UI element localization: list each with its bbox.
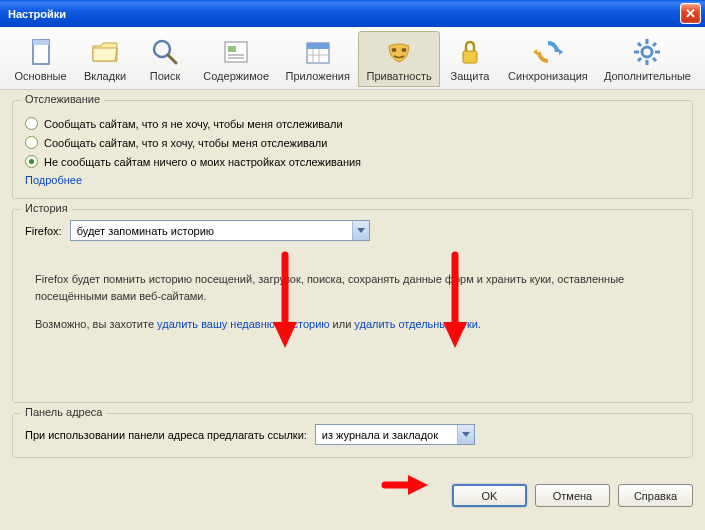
addressbar-group: Панель адреса При использовании панели а… [12, 413, 693, 458]
dropdown-value: будет запоминать историю [77, 225, 214, 237]
radio-no-pref[interactable]: Не сообщать сайтам ничего о моих настрой… [25, 155, 680, 168]
radio-label: Не сообщать сайтам ничего о моих настрой… [44, 156, 361, 168]
history-group: История Firefox: будет запоминать истори… [12, 209, 693, 403]
firefox-label: Firefox: [25, 225, 62, 237]
svg-line-25 [638, 58, 641, 61]
radio-icon [25, 136, 38, 149]
page-icon [25, 36, 57, 68]
radio-no-track[interactable]: Сообщать сайтам, что я не хочу, чтобы ме… [25, 117, 680, 130]
history-mode-dropdown[interactable]: будет запоминать историю [70, 220, 370, 241]
tab-apps[interactable]: Приложения [277, 31, 358, 87]
sync-icon [532, 36, 564, 68]
group-title: Отслеживание [21, 93, 104, 105]
tab-label: Содержимое [203, 70, 269, 82]
tab-search[interactable]: Поиск [135, 31, 195, 87]
help-button[interactable]: Справка [618, 484, 693, 507]
svg-line-3 [168, 55, 176, 63]
tab-label: Синхронизация [508, 70, 588, 82]
tab-label: Защита [451, 70, 490, 82]
chevron-down-icon [352, 221, 369, 240]
svg-line-23 [638, 43, 641, 46]
radio-icon [25, 155, 38, 168]
lock-icon [454, 36, 486, 68]
tab-sync[interactable]: Синхронизация [500, 31, 596, 87]
tab-label: Основные [14, 70, 66, 82]
svg-marker-16 [559, 49, 563, 55]
svg-rect-5 [228, 46, 236, 52]
svg-rect-1 [33, 40, 49, 45]
dropdown-value: из журнала и закладок [322, 429, 438, 441]
folder-icon [89, 36, 121, 68]
calendar-icon [302, 36, 334, 68]
svg-marker-28 [462, 432, 470, 437]
tab-toolbar: Основные Вкладки Поиск Содержимое Прилож… [0, 27, 705, 90]
text-dot: . [478, 318, 481, 330]
tab-advanced[interactable]: Дополнительные [596, 31, 699, 87]
dialog-buttons: OK Отмена Справка [0, 478, 705, 507]
svg-point-18 [642, 47, 652, 57]
tab-content[interactable]: Содержимое [195, 31, 277, 87]
addressbar-label: При использовании панели адреса предлага… [25, 429, 307, 441]
radio-icon [25, 117, 38, 130]
tab-privacy[interactable]: Приватность [358, 31, 440, 87]
content-icon [220, 36, 252, 68]
radio-label: Сообщать сайтам, что я не хочу, чтобы ме… [44, 118, 343, 130]
gear-icon [631, 36, 663, 68]
svg-line-24 [653, 58, 656, 61]
content-area: Отслеживание Сообщать сайтам, что я не х… [0, 90, 705, 478]
ok-button[interactable]: OK [452, 484, 527, 507]
titlebar: Настройки ✕ [0, 0, 705, 27]
tab-label: Дополнительные [604, 70, 691, 82]
history-description: Firefox будет помнить историю посещений,… [35, 271, 670, 304]
tracking-more-link[interactable]: Подробнее [25, 174, 82, 186]
tracking-group: Отслеживание Сообщать сайтам, что я не х… [12, 100, 693, 199]
radio-label: Сообщать сайтам, что я хочу, чтобы меня … [44, 137, 327, 149]
svg-point-14 [402, 48, 407, 52]
svg-rect-9 [307, 43, 329, 49]
svg-line-26 [653, 43, 656, 46]
group-title: История [21, 202, 72, 214]
tab-label: Вкладки [84, 70, 126, 82]
tab-label: Приватность [366, 70, 431, 82]
clear-cookies-link[interactable]: удалить отдельные куки [354, 318, 477, 330]
tab-main[interactable]: Основные [6, 31, 75, 87]
svg-marker-27 [357, 228, 365, 233]
tab-label: Приложения [286, 70, 350, 82]
svg-marker-17 [533, 49, 537, 55]
mask-icon [383, 36, 415, 68]
history-links-row: Возможно, вы захотите удалить вашу недав… [35, 318, 670, 330]
svg-point-13 [392, 48, 397, 52]
close-button[interactable]: ✕ [680, 3, 701, 24]
svg-marker-34 [408, 475, 428, 495]
text-prefix: Возможно, вы захотите [35, 318, 157, 330]
tab-security[interactable]: Защита [440, 31, 500, 87]
tab-tabs[interactable]: Вкладки [75, 31, 135, 87]
chevron-down-icon [457, 425, 474, 444]
group-title: Панель адреса [21, 406, 106, 418]
text-or: или [330, 318, 355, 330]
addressbar-dropdown[interactable]: из журнала и закладок [315, 424, 475, 445]
search-icon [149, 36, 181, 68]
window-title: Настройки [8, 8, 66, 20]
clear-history-link[interactable]: удалить вашу недавнюю историю [157, 318, 329, 330]
svg-rect-15 [463, 51, 477, 63]
cancel-button[interactable]: Отмена [535, 484, 610, 507]
tab-label: Поиск [150, 70, 180, 82]
radio-do-track[interactable]: Сообщать сайтам, что я хочу, чтобы меня … [25, 136, 680, 149]
